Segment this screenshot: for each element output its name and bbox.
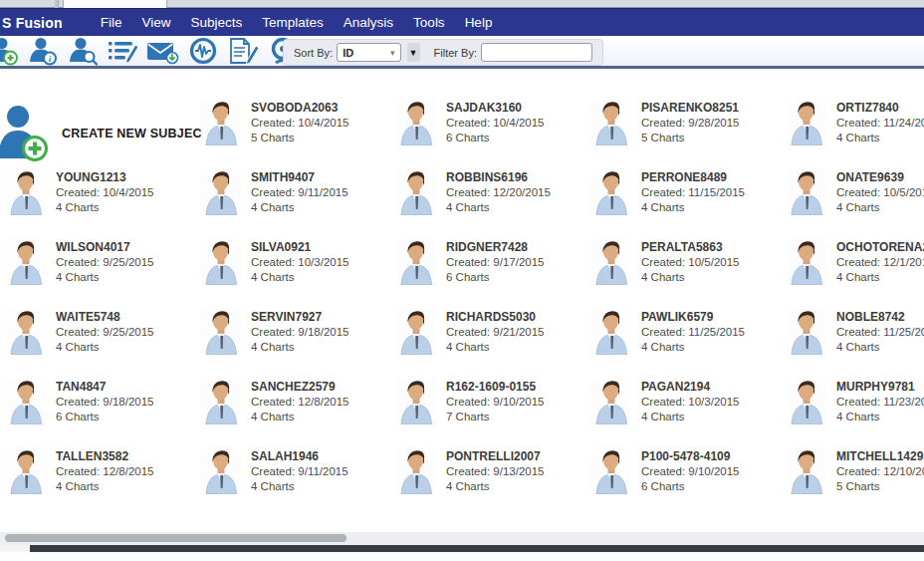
subject-card[interactable]: TALLEN3582 Created: 12/8/2015 4 Charts bbox=[6, 447, 201, 517]
subject-photo bbox=[591, 168, 631, 215]
subjects-grid: CREATE NEW SUBJECT SVOBODA2063 Created: … bbox=[6, 99, 924, 517]
menu-item-subjects[interactable]: Subjects bbox=[181, 11, 253, 34]
subject-photo bbox=[591, 378, 631, 424]
subject-card[interactable]: NOBLE8742 Created: 11/25/2015 4 Charts bbox=[787, 308, 924, 378]
subject-card[interactable]: RICHARDS5030 Created: 9/21/2015 4 Charts bbox=[396, 308, 591, 378]
add-subject-icon[interactable] bbox=[0, 36, 24, 66]
subject-card[interactable]: SERVIN7927 Created: 9/18/2015 4 Charts bbox=[201, 308, 396, 378]
menu-item-view[interactable]: View bbox=[131, 11, 180, 34]
subject-id: SERVIN7927 bbox=[251, 310, 348, 325]
subject-search-icon[interactable] bbox=[64, 36, 104, 66]
subject-id: ONATE9639 bbox=[836, 170, 924, 185]
subject-card[interactable]: OCHOTORENA2 Created: 12/1/2015 4 Charts bbox=[787, 238, 924, 308]
subject-meta: ROBBINS6196 Created: 12/20/2015 4 Charts bbox=[446, 168, 551, 215]
subject-card[interactable]: SILVA0921 Created: 10/3/2015 4 Charts bbox=[201, 238, 396, 308]
taskbar-edge bbox=[30, 545, 924, 552]
edit-document-icon[interactable] bbox=[223, 36, 263, 66]
subject-photo bbox=[6, 378, 46, 424]
subject-id: OCHOTORENA2 bbox=[836, 240, 924, 255]
subject-card[interactable]: SALAH1946 Created: 9/11/2015 4 Charts bbox=[201, 447, 396, 517]
subject-meta: WILSON4017 Created: 9/25/2015 4 Charts bbox=[56, 238, 153, 285]
filter-input[interactable] bbox=[481, 43, 592, 62]
subject-id: PISARENKO8251 bbox=[641, 101, 739, 116]
subject-meta: YOUNG1213 Created: 10/4/2015 4 Charts bbox=[56, 168, 153, 215]
subject-card[interactable]: TAN4847 Created: 9/18/2015 6 Charts bbox=[6, 378, 201, 447]
subject-meta: SVOBODA2063 Created: 10/4/2015 5 Charts bbox=[251, 99, 348, 145]
subject-created-date: Created: 11/23/2015 bbox=[836, 395, 924, 410]
menu-item-templates[interactable]: Templates bbox=[252, 11, 334, 34]
subject-photo bbox=[787, 99, 826, 145]
subject-created-date: Created: 9/18/2015 bbox=[251, 325, 348, 340]
menu-item-analysis[interactable]: Analysis bbox=[334, 11, 403, 34]
subject-meta: MURPHY9781 Created: 11/23/2015 4 Charts bbox=[836, 378, 924, 424]
sort-by-select[interactable]: ID ▾ bbox=[337, 43, 400, 62]
subject-chart-count: 4 Charts bbox=[836, 131, 924, 145]
create-new-subject-button[interactable]: CREATE NEW SUBJECT bbox=[6, 99, 201, 168]
subject-created-date: Created: 9/10/2015 bbox=[641, 464, 739, 479]
subject-card[interactable]: SANCHEZ2579 Created: 12/8/2015 4 Charts bbox=[201, 378, 396, 447]
subject-card[interactable]: SMITH9407 Created: 9/11/2015 4 Charts bbox=[201, 168, 396, 238]
subject-meta: ORTIZ7840 Created: 11/24/2015 4 Charts bbox=[836, 99, 924, 145]
menu-item-file[interactable]: File bbox=[91, 11, 132, 34]
subject-meta: RICHARDS5030 Created: 9/21/2015 4 Charts bbox=[446, 308, 544, 355]
subject-meta: ONATE9639 Created: 10/5/2015 4 Charts bbox=[836, 168, 924, 215]
subject-meta: WAITE5748 Created: 9/25/2015 4 Charts bbox=[56, 308, 153, 355]
menu-items: FileViewSubjectsTemplatesAnalysisToolsHe… bbox=[91, 11, 503, 34]
subject-card[interactable]: MITCHELL1429 Created: 12/10/2015 5 Chart… bbox=[787, 447, 924, 517]
create-new-subject-label: CREATE NEW SUBJECT bbox=[62, 127, 210, 140]
subject-card[interactable]: PAWLIK6579 Created: 11/25/2015 4 Charts bbox=[591, 308, 787, 378]
subject-chart-count: 4 Charts bbox=[641, 200, 745, 215]
subject-card[interactable]: ORTIZ7840 Created: 11/24/2015 4 Charts bbox=[787, 99, 924, 168]
subject-chart-count: 4 Charts bbox=[641, 340, 745, 355]
subject-id: SANCHEZ2579 bbox=[251, 380, 348, 395]
subject-card[interactable]: PERALTA5863 Created: 10/5/2015 4 Charts bbox=[591, 238, 787, 308]
subject-chart-count: 7 Charts bbox=[446, 410, 544, 424]
subject-photo bbox=[201, 308, 241, 355]
subject-chart-count: 4 Charts bbox=[56, 270, 153, 285]
down-triangle-icon: ▼ bbox=[409, 48, 418, 58]
subject-card[interactable]: ROBBINS6196 Created: 12/20/2015 4 Charts bbox=[396, 168, 591, 238]
subject-chart-count: 5 Charts bbox=[251, 131, 348, 145]
chevron-down-icon: ▾ bbox=[390, 48, 395, 58]
subject-card[interactable]: SVOBODA2063 Created: 10/4/2015 5 Charts bbox=[201, 99, 396, 168]
subject-chart-count: 4 Charts bbox=[836, 200, 924, 215]
subject-chart-count: 5 Charts bbox=[836, 479, 924, 494]
subject-created-date: Created: 11/25/2015 bbox=[641, 325, 745, 340]
sort-direction-button[interactable]: ▼ bbox=[407, 43, 420, 62]
subject-card[interactable]: R162-1609-0155 Created: 9/10/2015 7 Char… bbox=[396, 378, 591, 447]
menu-item-tools[interactable]: Tools bbox=[403, 11, 455, 34]
subject-meta: MITCHELL1429 Created: 12/10/2015 5 Chart… bbox=[836, 447, 924, 494]
subject-created-date: Created: 11/15/2015 bbox=[641, 185, 745, 200]
subject-created-date: Created: 10/5/2015 bbox=[836, 185, 924, 200]
subject-card[interactable]: PONTRELLI2007 Created: 9/13/2015 4 Chart… bbox=[396, 447, 591, 517]
subject-id: MITCHELL1429 bbox=[836, 449, 924, 464]
subject-id: YOUNG1213 bbox=[56, 170, 153, 185]
window-top-edge bbox=[0, 0, 924, 8]
subject-chart-count: 6 Charts bbox=[641, 479, 739, 494]
subject-card[interactable]: P100-5478-4109 Created: 9/10/2015 6 Char… bbox=[591, 447, 787, 517]
subject-id: TAN4847 bbox=[56, 380, 153, 395]
subject-card[interactable]: MURPHY9781 Created: 11/23/2015 4 Charts bbox=[787, 378, 924, 447]
sort-filter-panel: Sort By: ID ▾ ▼ Filter By: bbox=[283, 39, 603, 66]
menu-item-help[interactable]: Help bbox=[455, 11, 503, 34]
sort-by-label: Sort By: bbox=[294, 47, 333, 59]
subject-info-icon[interactable]: i bbox=[24, 36, 64, 66]
subject-card[interactable]: ONATE9639 Created: 10/5/2015 4 Charts bbox=[787, 168, 924, 238]
subject-card[interactable]: PAGAN2194 Created: 10/3/2015 4 Charts bbox=[591, 378, 787, 447]
subject-card[interactable]: RIDGNER7428 Created: 9/17/2015 6 Charts bbox=[396, 238, 591, 308]
subject-card[interactable]: WILSON4017 Created: 9/25/2015 4 Charts bbox=[6, 238, 201, 308]
subject-photo bbox=[787, 238, 826, 285]
subject-card[interactable]: YOUNG1213 Created: 10/4/2015 4 Charts bbox=[6, 168, 201, 238]
subject-card[interactable]: WAITE5748 Created: 9/25/2015 4 Charts bbox=[6, 308, 201, 378]
subject-card[interactable]: SAJDAK3160 Created: 10/4/2015 6 Charts bbox=[396, 99, 591, 168]
mail-export-icon[interactable] bbox=[143, 36, 183, 66]
subject-card[interactable]: PERRONE8489 Created: 11/15/2015 4 Charts bbox=[591, 168, 787, 238]
waveform-icon[interactable] bbox=[183, 36, 223, 66]
subject-card[interactable]: PISARENKO8251 Created: 9/28/2015 5 Chart… bbox=[591, 99, 787, 168]
horizontal-scrollbar[interactable] bbox=[0, 532, 924, 545]
active-tab-edge bbox=[63, 0, 167, 8]
subject-photo bbox=[787, 308, 826, 355]
subject-id: P100-5478-4109 bbox=[641, 449, 739, 464]
scrollbar-thumb[interactable] bbox=[5, 534, 346, 542]
edit-list-icon[interactable] bbox=[104, 36, 143, 66]
